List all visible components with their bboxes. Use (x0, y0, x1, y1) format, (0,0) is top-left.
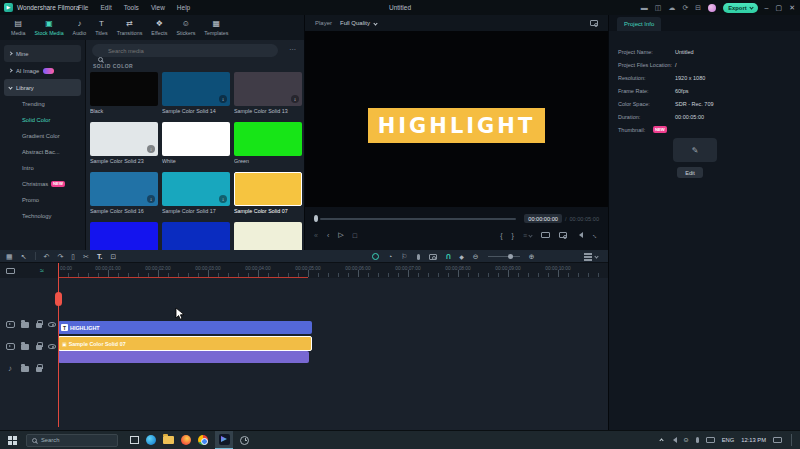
sidebar-item-abstract[interactable]: Abstract Bac... (0, 144, 85, 160)
playback-options-icon[interactable]: ≡ (523, 232, 532, 239)
tab-templates[interactable]: ▦Templates (201, 20, 231, 36)
folder-icon[interactable] (19, 318, 31, 330)
clock-time[interactable]: 12:13 PM (741, 437, 766, 443)
swatch-solid-07-selected[interactable] (234, 172, 302, 206)
tab-media[interactable]: ▤Media (8, 20, 28, 36)
sync-icon[interactable]: ⟳ (682, 4, 688, 11)
folder-icon[interactable] (19, 340, 31, 352)
show-desktop-button[interactable] (791, 434, 792, 446)
swatch-solid-13[interactable]: ↓ (234, 72, 302, 106)
swatch-black[interactable] (90, 72, 158, 106)
more-options-icon[interactable]: ⋯ (289, 46, 296, 54)
swatch-solid-14[interactable]: ↓ (162, 72, 230, 106)
track-manager[interactable] (584, 250, 598, 263)
zoom-out-icon[interactable]: ⊖ (473, 253, 479, 260)
swatch-solid-16[interactable]: ↓ (90, 172, 158, 206)
cart-icon[interactable]: ⊟ (695, 4, 701, 11)
menu-edit[interactable]: Edit (100, 4, 111, 11)
sidebar-item-trending[interactable]: Trending (0, 96, 85, 112)
mark-in-icon[interactable]: { (500, 232, 502, 239)
lock-icon[interactable] (33, 318, 45, 330)
tab-stickers[interactable]: ☺Stickers (173, 20, 198, 36)
tab-stock-media[interactable]: ▣Stock Media (31, 20, 66, 36)
sidebar-item-promo[interactable]: Promo (0, 192, 85, 208)
firefox-icon[interactable] (181, 435, 191, 445)
play-icon[interactable]: ▷ (338, 231, 343, 239)
search-input[interactable] (92, 44, 278, 57)
magnet-icon[interactable]: U (446, 253, 451, 260)
playhead-line[interactable] (58, 263, 59, 427)
clock-app-icon[interactable] (240, 436, 249, 445)
task-view-icon[interactable] (130, 436, 139, 444)
file-explorer-icon[interactable] (163, 436, 174, 444)
close-button[interactable]: ✕ (789, 4, 795, 11)
keyframe-icon[interactable]: ◆ (459, 254, 464, 260)
swatch-navy[interactable] (162, 222, 230, 250)
sidebar-group-library[interactable]: Library (4, 79, 81, 96)
clip-title-highlight[interactable]: T HIGHLIGHT (58, 321, 312, 334)
tab-transitions[interactable]: ⇄Transitions (114, 20, 146, 36)
clip-color-solid-07[interactable]: ▣ Sample Color Solid 07 (58, 336, 312, 351)
media-view-icon[interactable]: ▦ (6, 253, 13, 260)
eye-icon[interactable] (46, 340, 58, 352)
swatch-white[interactable] (162, 122, 230, 156)
undo-icon[interactable]: ↶ (44, 253, 50, 260)
edge-icon[interactable] (146, 435, 156, 445)
highlight-title-overlay[interactable]: HIGHLIGHT (368, 108, 545, 143)
filmora-taskbar-button[interactable] (215, 431, 233, 449)
redo-icon[interactable]: ↷ (57, 253, 63, 260)
chrome-icon[interactable] (198, 435, 208, 445)
device-icon[interactable]: ▬ (641, 4, 648, 11)
lock-icon[interactable] (33, 362, 45, 374)
menu-view[interactable]: View (151, 4, 165, 11)
mic-icon[interactable] (696, 437, 699, 443)
text-tool-icon[interactable]: T. (97, 253, 102, 260)
tray-expand-icon[interactable] (659, 438, 663, 442)
stop-icon[interactable]: □ (353, 232, 357, 239)
crop-icon[interactable]: ⊡ (110, 253, 116, 260)
mark-out-icon[interactable]: } (512, 232, 514, 239)
thumbnail-edit-box[interactable]: ✎ (673, 138, 717, 162)
tab-effects[interactable]: ❖Effects (148, 20, 170, 36)
menu-tools[interactable]: Tools (124, 4, 139, 11)
sidebar-item-christmas[interactable]: ChristmasNEW (0, 176, 85, 192)
sidebar-item-solid-color[interactable]: Solid Color (0, 112, 85, 128)
screen-mode-icon[interactable] (4, 265, 16, 277)
cloud-icon[interactable]: ☁ (668, 4, 675, 11)
voiceover-icon[interactable] (417, 254, 420, 260)
prev-frame-icon[interactable]: ‹ (327, 232, 329, 239)
monitor-icon[interactable] (773, 437, 782, 443)
minimize-button[interactable]: – (765, 4, 769, 11)
timeline-zoom-slider[interactable] (488, 256, 520, 257)
preview-frame-icon[interactable] (590, 20, 598, 26)
marker-icon[interactable]: ⚐ (401, 253, 407, 260)
swatch-solid-23[interactable]: ↓ (90, 122, 158, 156)
sidebar-group-mine[interactable]: Mine (4, 45, 81, 62)
menu-file[interactable]: File (78, 4, 88, 11)
swatch-blue[interactable] (90, 222, 158, 250)
folder-icon[interactable] (19, 362, 31, 374)
tab-project-info[interactable]: Project Info (617, 17, 661, 31)
clip-video[interactable] (58, 351, 309, 363)
volume-icon[interactable] (576, 232, 583, 238)
snapshot-tool-icon[interactable] (429, 254, 437, 260)
quality-dropdown[interactable]: Full Quality (340, 20, 377, 26)
playhead-handle[interactable] (55, 292, 62, 306)
eye-icon[interactable] (46, 318, 58, 330)
seek-track[interactable] (320, 218, 516, 220)
speed-icon[interactable]: ◔ (388, 253, 392, 260)
sidebar-item-technology[interactable]: Technology (0, 208, 85, 224)
save-icon[interactable]: ◫ (655, 4, 662, 11)
edit-button[interactable]: Edit (677, 167, 703, 178)
speaker-icon[interactable] (670, 437, 677, 443)
export-button[interactable]: Export (723, 3, 757, 13)
taskbar-search[interactable]: Search (26, 434, 118, 447)
lock-icon[interactable] (33, 340, 45, 352)
split-icon[interactable]: ✂ (83, 253, 89, 260)
seek-handle[interactable] (314, 215, 318, 222)
tray-app-icon[interactable]: ⊙ (684, 437, 689, 443)
sidebar-group-ai-image[interactable]: AI Image (4, 62, 81, 79)
menu-help[interactable]: Help (177, 4, 190, 11)
fullscreen-icon[interactable]: ↔ (591, 230, 601, 240)
delete-icon[interactable]: ▯ (71, 253, 75, 260)
